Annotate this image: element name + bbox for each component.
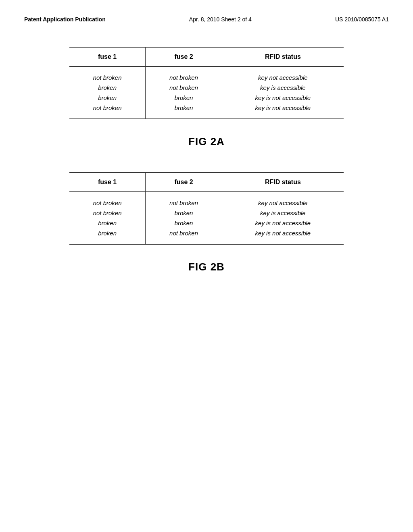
fig2b-row0-col0: not broken (69, 192, 146, 208)
fig2b-col1-header: fuse 1 (69, 172, 146, 192)
fig2a-row0-col1: not broken (146, 66, 222, 83)
page: Patent Application Publication Apr. 8, 2… (0, 0, 413, 532)
header-center: Apr. 8, 2010 Sheet 2 of 4 (189, 16, 252, 23)
table-row: not brokennot brokenkey not accessible (69, 66, 344, 83)
fig2b-row3-col2: key is not accessible (222, 228, 344, 244)
table-row: brokennot brokenkey is not accessible (69, 228, 344, 244)
fig2a-row1-col1: not broken (146, 83, 222, 93)
fig2a-row0-col2: key not accessible (222, 66, 344, 83)
fig2b-header-row: fuse 1 fuse 2 RFID status (69, 172, 344, 192)
fig2a-row1-col2: key is accessible (222, 83, 344, 93)
fig2b-col3-header: RFID status (222, 172, 344, 192)
table-row: not brokenbrokenkey is accessible (69, 208, 344, 218)
fig2a-table-container: fuse 1 fuse 2 RFID status not brokennot … (69, 47, 344, 119)
fig2b-row2-col1: broken (146, 218, 222, 228)
fig2b-row2-col0: broken (69, 218, 146, 228)
table-row: not brokennot brokenkey not accessible (69, 192, 344, 208)
fig2b-row1-col0: not broken (69, 208, 146, 218)
fig2a-row3-col0: not broken (69, 103, 146, 118)
fig2a-row2-col0: broken (69, 93, 146, 103)
fig2a-section: fuse 1 fuse 2 RFID status not brokennot … (24, 47, 389, 148)
fig2b-table-bottom-border (69, 244, 344, 245)
fig2b-table-container: fuse 1 fuse 2 RFID status not brokennot … (69, 172, 344, 245)
table-row: brokenbrokenkey is not accessible (69, 93, 344, 103)
fig2a-row3-col2: key is not accessible (222, 103, 344, 118)
fig2a-row0-col0: not broken (69, 66, 146, 83)
fig2a-table-bottom-border (69, 118, 344, 119)
fig2a-col3-header: RFID status (222, 47, 344, 66)
fig2b-section: fuse 1 fuse 2 RFID status not brokennot … (24, 172, 389, 273)
fig2b-label: FIG 2B (24, 261, 389, 273)
fig2b-row1-col1: broken (146, 208, 222, 218)
header-left: Patent Application Publication (24, 16, 106, 23)
table-row: not brokenbrokenkey is not accessible (69, 103, 344, 118)
fig2a-row2-col1: broken (146, 93, 222, 103)
fig2a-label: FIG 2A (24, 135, 389, 148)
fig2a-col1-header: fuse 1 (69, 47, 146, 66)
fig2b-table: fuse 1 fuse 2 RFID status not brokennot … (69, 172, 344, 244)
fig2a-row2-col2: key is not accessible (222, 93, 344, 103)
fig2a-table: fuse 1 fuse 2 RFID status not brokennot … (69, 47, 344, 118)
fig2b-row3-col1: not broken (146, 228, 222, 244)
fig2b-col2-header: fuse 2 (146, 172, 222, 192)
fig2a-header-row: fuse 1 fuse 2 RFID status (69, 47, 344, 66)
table-row: brokennot brokenkey is accessible (69, 83, 344, 93)
fig2a-col2-header: fuse 2 (146, 47, 222, 66)
table-row: brokenbrokenkey is not accessible (69, 218, 344, 228)
fig2a-row3-col1: broken (146, 103, 222, 118)
fig2b-row0-col1: not broken (146, 192, 222, 208)
fig2b-row1-col2: key is accessible (222, 208, 344, 218)
page-header: Patent Application Publication Apr. 8, 2… (24, 16, 389, 23)
fig2b-row0-col2: key not accessible (222, 192, 344, 208)
fig2b-row2-col2: key is not accessible (222, 218, 344, 228)
fig2a-row1-col0: broken (69, 83, 146, 93)
fig2b-row3-col0: broken (69, 228, 146, 244)
header-right: US 2010/0085075 A1 (335, 16, 389, 23)
